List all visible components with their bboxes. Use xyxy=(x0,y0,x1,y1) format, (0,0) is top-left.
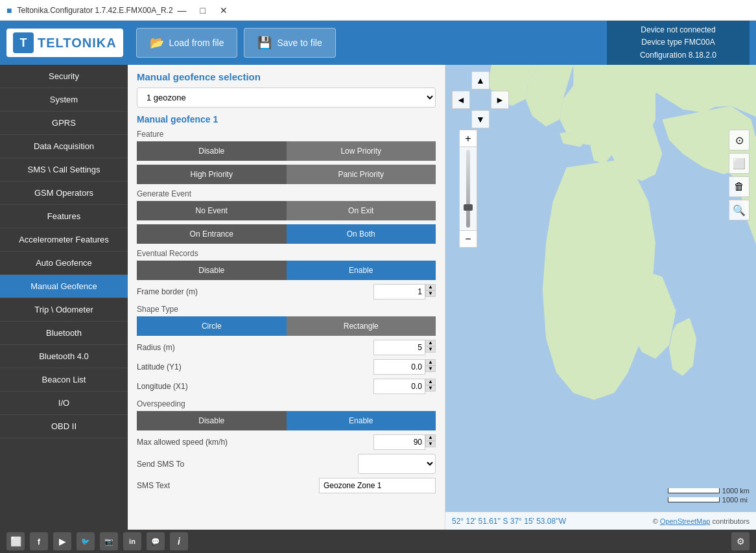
content-panel: Manual geofence selection 1 geozone 2 ge… xyxy=(128,65,445,530)
bottom-icon-linkedin[interactable]: in xyxy=(123,532,141,550)
max-speed-up[interactable]: ▲ xyxy=(425,434,436,441)
radius-up[interactable]: ▲ xyxy=(425,340,436,346)
frame-border-spinner: ▲ ▼ xyxy=(425,284,436,300)
geofence-selection-title: Manual geofence selection xyxy=(137,71,436,82)
map-nav-up[interactable]: ▲ xyxy=(471,71,490,89)
max-speed-down[interactable]: ▼ xyxy=(425,441,436,447)
max-speed-input[interactable] xyxy=(373,434,425,450)
sidebar-item-security[interactable]: Security xyxy=(0,65,128,88)
sms-text-row: SMS Text xyxy=(137,478,436,493)
bottom-icon-instagram[interactable]: 📷 xyxy=(100,532,118,550)
map-coords-bar: 52° 12' 51.61'' S 37° 15' 53.08''W © Ope… xyxy=(445,512,756,530)
map-delete-button[interactable]: 🗑 xyxy=(729,176,750,197)
sidebar-item-bluetooth[interactable]: Bluetooth xyxy=(0,322,128,345)
enable-eventual-button[interactable]: Enable xyxy=(287,261,436,280)
sidebar-item-accelerometer[interactable]: Accelerometer Features xyxy=(0,228,128,252)
map-coordinates: 52° 12' 51.61'' S 37° 15' 53.08''W xyxy=(452,517,566,526)
app-icon: ■ xyxy=(6,5,12,16)
map-locate-button[interactable]: ⊙ xyxy=(729,130,750,150)
send-sms-dropdown[interactable] xyxy=(358,454,436,474)
sms-text-input[interactable] xyxy=(319,478,436,493)
map-nav-left[interactable]: ◄ xyxy=(452,91,470,109)
bottom-icon-chat[interactable]: 💬 xyxy=(147,532,165,550)
sidebar-item-manual-geofence[interactable]: Manual Geofence xyxy=(0,275,128,298)
high-priority-button[interactable]: High Priority xyxy=(137,165,287,184)
sidebar-item-system[interactable]: System xyxy=(0,88,128,112)
geozone-dropdown[interactable]: 1 geozone 2 geozone 3 geozone 4 geozone xyxy=(137,88,436,108)
max-speed-spinner: ▲ ▼ xyxy=(425,434,436,450)
zoom-slider[interactable] xyxy=(466,150,470,228)
event-button-group-2: On Entrance On Both xyxy=(137,224,436,244)
radius-input-group: ▲ ▼ xyxy=(373,340,436,355)
close-button[interactable]: ✕ xyxy=(215,3,233,18)
sidebar-item-obd[interactable]: OBD II xyxy=(0,415,128,438)
map-search-button[interactable]: 🔍 xyxy=(729,200,750,220)
latitude-down[interactable]: ▼ xyxy=(425,366,436,372)
save-to-file-button[interactable]: 💾 Save to file xyxy=(244,28,335,58)
sidebar: SecuritySystemGPRSData AcquisitionSMS \ … xyxy=(0,65,128,530)
circle-button[interactable]: Circle xyxy=(137,316,287,336)
feature-label: Feature xyxy=(137,130,436,139)
max-speed-label: Max allowed speed (km/h) xyxy=(137,438,373,447)
sidebar-item-auto-geofence[interactable]: Auto Geofence xyxy=(0,252,128,275)
disable-eventual-button[interactable]: Disable xyxy=(137,261,287,280)
longitude-down[interactable]: ▼ xyxy=(425,385,436,392)
scale-mi: 1000 mi xyxy=(722,496,748,504)
rectangle-button[interactable]: Rectangle xyxy=(287,316,436,336)
sidebar-item-gprs[interactable]: GPRS xyxy=(0,112,128,135)
minimize-button[interactable]: — xyxy=(173,3,191,18)
sidebar-item-bluetooth-4[interactable]: Bluetooth 4.0 xyxy=(0,345,128,368)
latitude-input-group: ▲ ▼ xyxy=(373,359,436,375)
sidebar-item-sms-call[interactable]: SMS \ Call Settings xyxy=(0,158,128,182)
longitude-input[interactable] xyxy=(373,379,425,394)
bottom-icon-info[interactable]: i xyxy=(170,532,188,550)
main-area: SecuritySystemGPRSData AcquisitionSMS \ … xyxy=(0,65,756,530)
enable-overspeed-button[interactable]: Enable xyxy=(287,411,436,430)
frame-border-input[interactable] xyxy=(373,284,425,300)
latitude-up[interactable]: ▲ xyxy=(425,359,436,366)
maximize-button[interactable]: □ xyxy=(194,3,212,18)
latitude-row: Latitude (Y1) ▲ ▼ xyxy=(137,359,436,375)
bottom-icon-twitter[interactable]: 🐦 xyxy=(77,532,95,550)
sidebar-item-gsm-operators[interactable]: GSM Operators xyxy=(0,182,128,205)
disable-feature-button[interactable]: Disable xyxy=(137,141,287,161)
settings-gear-icon[interactable]: ⚙ xyxy=(731,532,750,550)
load-from-file-button[interactable]: 📂 Load from file xyxy=(136,28,238,58)
zoom-out-button[interactable]: − xyxy=(460,230,477,247)
bottom-icon-home[interactable]: ⬜ xyxy=(6,532,25,550)
bottom-icon-youtube[interactable]: ▶ xyxy=(53,532,71,550)
no-event-button[interactable]: No Event xyxy=(137,201,287,220)
low-priority-button[interactable]: Low Priority xyxy=(287,141,436,161)
frame-border-up[interactable]: ▲ xyxy=(425,284,436,290)
radius-down[interactable]: ▼ xyxy=(425,346,436,353)
on-both-button[interactable]: On Both xyxy=(287,224,436,244)
panic-priority-button[interactable]: Panic Priority xyxy=(287,165,436,184)
sidebar-item-features[interactable]: Features xyxy=(0,205,128,228)
osm-link[interactable]: OpenStreetMap xyxy=(660,517,711,525)
device-info: Device not connected Device type FMC00A … xyxy=(607,21,750,65)
eventual-button-group: Disable Enable xyxy=(137,261,436,280)
bottombar: ⬜ f ▶ 🐦 📷 in 💬 i ⚙ xyxy=(0,530,756,553)
latitude-input[interactable] xyxy=(373,359,425,375)
radius-input[interactable] xyxy=(373,340,425,355)
frame-border-down[interactable]: ▼ xyxy=(425,290,436,297)
sidebar-item-beacon-list[interactable]: Beacon List xyxy=(0,368,128,392)
radius-row: Radius (m) ▲ ▼ xyxy=(137,340,436,355)
max-speed-row: Max allowed speed (km/h) ▲ ▼ xyxy=(137,434,436,450)
longitude-row: Longitude (X1) ▲ ▼ xyxy=(137,379,436,394)
map-rectangle-button[interactable]: ⬜ xyxy=(729,153,750,174)
scale-km: 1000 km xyxy=(722,487,750,495)
bottom-icon-facebook[interactable]: f xyxy=(30,532,48,550)
shape-button-group: Circle Rectangle xyxy=(137,316,436,336)
on-exit-button[interactable]: On Exit xyxy=(287,201,436,220)
map-nav-right[interactable]: ► xyxy=(491,91,509,109)
disable-overspeed-button[interactable]: Disable xyxy=(137,411,287,430)
sidebar-item-trip-odometer[interactable]: Trip \ Odometer xyxy=(0,298,128,322)
longitude-label: Longitude (X1) xyxy=(137,382,373,391)
longitude-up[interactable]: ▲ xyxy=(425,379,436,385)
sidebar-item-data-acquisition[interactable]: Data Acquisition xyxy=(0,135,128,158)
map-nav-down[interactable]: ▼ xyxy=(471,110,490,128)
zoom-in-button[interactable]: + xyxy=(460,130,477,147)
sidebar-item-io[interactable]: I/O xyxy=(0,392,128,415)
on-entrance-button[interactable]: On Entrance xyxy=(137,224,287,244)
